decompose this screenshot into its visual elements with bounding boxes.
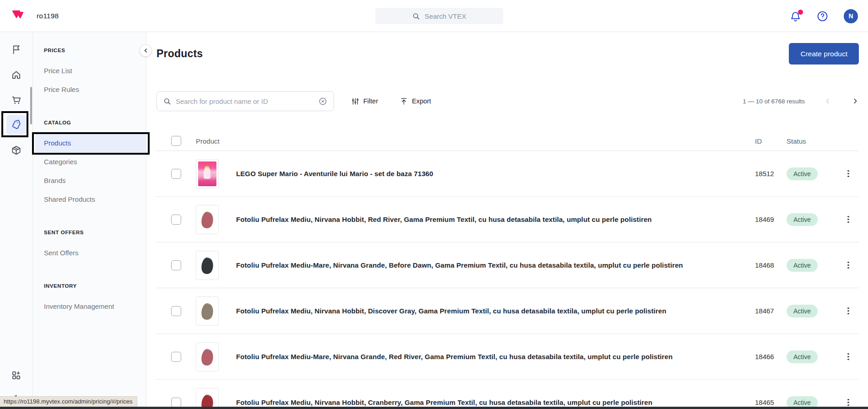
product-thumbnail [196,205,219,234]
kebab-menu-icon[interactable] [845,259,852,272]
kebab-menu-icon[interactable] [845,213,852,226]
global-search[interactable]: Search VTEX [375,8,503,24]
browser-status-url: https://ro1198.myvtex.com/admin/pricing/… [0,396,137,407]
lego-box-image [198,161,216,186]
sidebar-section: PRICES Price List Price Rules [33,45,146,99]
kebab-menu-icon[interactable] [845,350,852,363]
product-search-input[interactable] [176,97,314,105]
beanbag-image [199,255,216,275]
product-id: 18468 [755,261,787,269]
product-thumbnail [196,342,219,371]
column-header-id: ID [755,137,787,145]
status-badge: Active [787,213,818,226]
account-name: ro1198 [37,12,59,20]
global-search-placeholder: Search VTEX [425,12,466,20]
kebab-menu-icon[interactable] [845,167,852,180]
row-checkbox[interactable] [171,215,181,225]
sidebar-item-inventory-management[interactable]: Inventory Management [35,297,146,316]
beanbag-image [199,347,216,367]
column-header-product: Product [196,137,755,145]
rail-scrollbar[interactable] [30,87,32,124]
sidebar-item-label: Categories [44,158,77,166]
help-button[interactable] [817,11,828,22]
kebab-menu-icon[interactable] [845,305,852,318]
table-row[interactable]: Fotoliu Pufrelax Mediu, Nirvana Hobbit, … [156,288,859,334]
product-id: 18469 [755,215,787,223]
product-name[interactable]: Fotoliu Pufrelax Mediu, Nirvana Hobbit, … [236,215,755,223]
export-button[interactable]: Export [400,97,431,105]
sidebar-section-title: CATALOG [33,117,146,128]
status-badge: Active [787,167,818,180]
product-thumbnail [196,388,219,409]
sidebar-section-title: SENT OFFERS [33,227,146,238]
apps-icon[interactable] [6,365,27,385]
product-id: 18466 [755,353,787,361]
package-icon[interactable] [6,140,27,160]
sidebar-section: INVENTORY Inventory Management [33,280,146,316]
product-name[interactable]: Fotoliu Pufrelax Mediu, Nirvana Hobbit, … [236,307,755,315]
tag-icon[interactable] [6,115,27,135]
table-header: Product ID Status [156,131,859,151]
user-avatar[interactable]: N [844,9,858,23]
row-checkbox[interactable] [171,260,181,270]
prev-page-button[interactable] [824,97,831,105]
sidebar-item-label: Price List [44,67,72,75]
sidebar-section-title: INVENTORY [33,280,146,291]
row-checkbox[interactable] [171,169,181,179]
product-name[interactable]: Fotoliu Pufrelax Mediu-Mare, Nirvana Gra… [236,353,755,361]
cart-icon[interactable] [6,90,27,110]
table-row[interactable]: Fotoliu Pufrelax Mediu-Mare, Nirvana Gra… [156,334,859,380]
clear-search-icon[interactable] [318,97,327,106]
notifications-button[interactable] [790,11,801,22]
product-id: 18465 [755,398,787,406]
sidebar-item-label: Products [44,139,71,147]
product-search-box [156,91,334,111]
row-checkbox[interactable] [171,398,181,408]
results-count: 1 — 10 of 6768 results [743,98,805,105]
product-name[interactable]: Fotoliu Pufrelax Mediu, Nirvana Hobbit, … [236,398,755,406]
product-thumbnail [196,296,219,326]
create-product-button[interactable]: Create product [789,43,859,65]
filter-label: Filter [363,97,378,105]
search-icon [163,97,171,105]
bottom-edge-strip [0,407,868,409]
row-checkbox[interactable] [171,306,181,316]
sidebar-collapse-button[interactable] [140,44,152,57]
sidebar-item-price-rules[interactable]: Price Rules [35,80,146,99]
vtex-admin-screen: ro1198 Search VTEX N [0,0,868,409]
notification-dot-icon [798,10,803,15]
sidebar-item-label: Shared Products [44,195,95,203]
sidebar-item-products[interactable]: Products [35,134,146,152]
sidebar-item-brands[interactable]: Brands [35,171,146,190]
row-checkbox[interactable] [171,352,181,362]
vtex-logo-icon[interactable] [11,9,25,23]
home-icon[interactable] [6,65,27,85]
topbar: ro1198 Search VTEX N [0,0,868,32]
table-row[interactable]: Fotoliu Pufrelax Mediu, Nirvana Hobbit, … [156,380,859,409]
icon-rail [0,32,33,409]
table-row[interactable]: LEGO Super Mario - Aventurile lui Mario … [156,151,859,197]
sidebar-item-price-list[interactable]: Price List [35,61,146,80]
status-badge: Active [787,305,818,318]
sidebar-section: CATALOG Products Categories Brands Share… [33,117,146,209]
product-name[interactable]: Fotoliu Pufrelax Mediu-Mare, Nirvana Gra… [236,261,755,269]
table-row[interactable]: Fotoliu Pufrelax Mediu-Mare, Nirvana Gra… [156,242,859,288]
sidebar-item-shared-products[interactable]: Shared Products [35,190,146,209]
flag-icon[interactable] [6,39,27,59]
product-id: 18467 [755,307,787,315]
sidebar-item-label: Brands [44,177,66,184]
table-row[interactable]: Fotoliu Pufrelax Mediu, Nirvana Hobbit, … [156,197,859,242]
topbar-left: ro1198 [0,9,59,23]
select-all-checkbox[interactable] [171,136,181,146]
page-header: Products Create product [156,43,859,65]
product-thumbnail [196,251,219,280]
search-icon [412,12,420,20]
filter-button[interactable]: Filter [351,97,378,105]
sidebar-sections: PRICES Price List Price Rules CATALOG Pr… [33,45,146,316]
toolbar: Filter Export 1 — 10 of 6768 results [156,91,859,111]
sidebar-item-categories[interactable]: Categories [35,152,146,171]
sidebar-item-sent-offers[interactable]: Sent Offers [35,243,146,262]
next-page-button[interactable] [852,97,859,105]
product-name[interactable]: LEGO Super Mario - Aventurile lui Mario … [236,170,755,178]
beanbag-image [199,301,216,321]
